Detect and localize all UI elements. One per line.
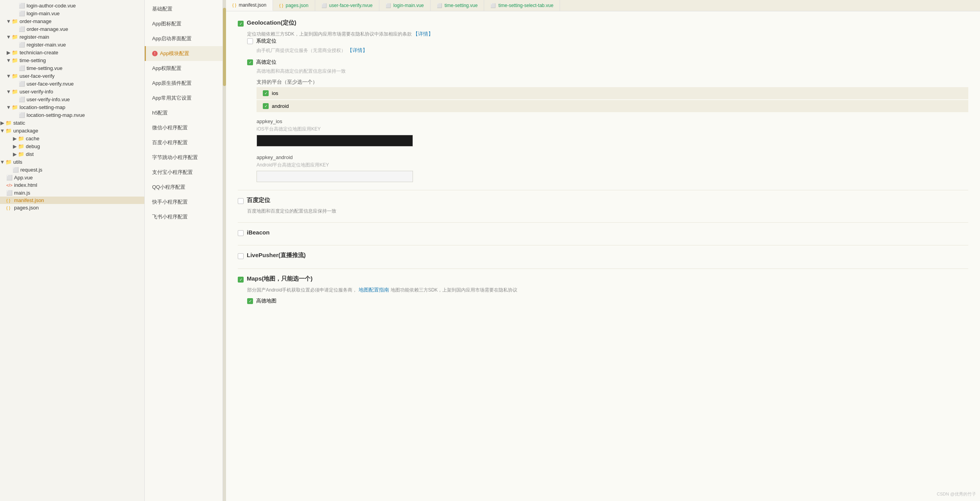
file-json-icon: { } (6, 198, 13, 203)
livepusher-checkbox[interactable] (238, 253, 244, 259)
platform-android-checkbox[interactable] (263, 103, 269, 109)
config-nav-app-icon[interactable]: App图标配置 (145, 16, 223, 31)
tree-item-cache-folder[interactable]: ▶ 📁 cache (0, 134, 144, 142)
appkey-android-hint: Android平台高德定位地图应用KEY (257, 162, 968, 168)
config-nav-bytedance[interactable]: 字节跳动小程序配置 (145, 150, 223, 165)
platform-ios-label: ios (272, 90, 278, 96)
tree-item-location-setting-map-nvue[interactable]: ⬜ location-setting-map.nvue (0, 111, 144, 119)
ibeacon-row: iBeacon (238, 229, 968, 237)
tree-label: main.js (14, 190, 30, 196)
appkey-android-group: appkey_android Android平台高德定位地图应用KEY (257, 154, 968, 182)
tree-item-time-setting-vue[interactable]: ⬜ time-setting.vue (0, 64, 144, 72)
config-nav-kuaishou[interactable]: 快手小程序配置 (145, 195, 223, 209)
tree-label: user-verify-info (20, 89, 53, 95)
tab-icon-nvue: ⬜ (321, 3, 327, 8)
config-nav-qq[interactable]: QQ小程序配置 (145, 180, 223, 195)
tab-user-face-verify[interactable]: ⬜ user-face-verify.nvue (315, 0, 379, 11)
tree-item-index-html[interactable]: </> index.html (0, 181, 144, 189)
tab-manifest-json[interactable]: { } manifest.json (226, 0, 273, 11)
ibeacon-checkbox[interactable] (238, 230, 244, 236)
tab-time-setting-select[interactable]: ⬜ time-setting-select-tab.vue (484, 0, 560, 11)
tree-item-order-manage-folder[interactable]: ▼ 📁 order-manage (0, 17, 144, 25)
tab-icon-vue: ⬜ (386, 3, 391, 8)
file-vue-icon: ⬜ (19, 26, 25, 32)
divider-1 (238, 190, 968, 190)
tree-label: technician-create (20, 50, 58, 55)
tree-item-static-folder[interactable]: ▶ 📁 static (0, 119, 144, 127)
tree-label: user-face-verify.nvue (27, 81, 74, 87)
tree-label: user-face-verify (20, 73, 55, 79)
tree-item-user-face-verify-folder[interactable]: ▼ 📁 user-face-verify (0, 72, 144, 80)
scroll-track[interactable] (223, 0, 226, 501)
tab-pages-json[interactable]: { } pages.json (273, 0, 315, 11)
tree-item-app-vue[interactable]: ⬜ App.vue (0, 174, 144, 181)
file-nvue-icon: ⬜ (19, 81, 25, 87)
platform-ios-checkbox[interactable] (263, 90, 269, 96)
geolocation-title: Geolocation(定位) (247, 19, 296, 27)
maps-amap-checkbox[interactable] (247, 298, 253, 304)
config-nav-more[interactable]: 飞书小程序配置 (145, 209, 223, 224)
tree-item-location-setting-map-folder[interactable]: ▼ 📁 location-setting-map (0, 103, 144, 111)
tree-item-main-js[interactable]: ⬜ main.js (0, 189, 144, 197)
tree-item-login-author-code[interactable]: ⬜ login-author-code.vue (0, 2, 144, 9)
tab-label: manifest.json (239, 2, 266, 8)
geolocation-checkbox[interactable] (238, 21, 244, 27)
maps-amap-label: 高德地图 (256, 297, 276, 304)
geolocation-detail-link[interactable]: 【详情】 (413, 31, 433, 37)
tree-item-utils-folder[interactable]: ▼ 📁 utils (0, 158, 144, 166)
file-nvue-icon: ⬜ (19, 112, 25, 118)
config-nav-app-permissions[interactable]: App权限配置 (145, 61, 223, 76)
file-vue-icon: ⬜ (19, 2, 25, 9)
tree-item-technician-create-folder[interactable]: ▶ 📁 technician-create (0, 48, 144, 56)
config-nav-basic[interactable]: 基础配置 (145, 2, 223, 16)
tree-item-user-face-verify-nvue[interactable]: ⬜ user-face-verify.nvue (0, 80, 144, 88)
tree-item-pages-json[interactable]: { } pages.json (0, 204, 144, 211)
chevron-down-icon: ▼ (6, 73, 11, 78)
tree-item-manifest-json[interactable]: { } manifest.json (0, 197, 144, 204)
scroll-thumb[interactable] (223, 8, 226, 86)
tab-time-setting[interactable]: ⬜ time-setting.vue (431, 0, 485, 11)
appkey-ios-hint: iOS平台高德定位地图应用KEY (257, 126, 968, 132)
baidu-location-row: 百度定位 (238, 197, 968, 206)
tree-item-unpackage-folder[interactable]: ▼ 📁 unpackage (0, 127, 144, 134)
chevron-right-icon: ▶ (13, 136, 17, 141)
config-nav-baidu[interactable]: 百度小程序配置 (145, 135, 223, 150)
tree-item-dist-folder[interactable]: ▶ 📁 dist (0, 150, 144, 158)
file-js-icon: ⬜ (13, 166, 19, 173)
appkey-android-input[interactable] (257, 171, 413, 182)
tree-item-time-setting-folder[interactable]: ▼ 📁 time-setting (0, 56, 144, 64)
config-nav-app-splash[interactable]: App启动界面配置 (145, 31, 223, 46)
tree-item-user-verify-info-folder[interactable]: ▼ 📁 user-verify-info (0, 88, 144, 95)
watermark: CSDN @优秀的竹子 (937, 491, 976, 497)
system-location-checkbox[interactable] (247, 38, 253, 44)
tree-item-user-verify-info-vue[interactable]: ⬜ user-verify-info.vue (0, 95, 144, 103)
platform-title: 支持的平台（至少选一个） (257, 79, 968, 86)
chevron-down-icon: ▼ (6, 105, 11, 109)
amap-location-checkbox[interactable] (247, 59, 253, 65)
config-nav-app-other[interactable]: App常用其它设置 (145, 91, 223, 106)
appkey-ios-label: appkey_ios (257, 118, 968, 124)
system-location-detail-link[interactable]: 【详情】 (347, 47, 368, 53)
chevron-right-icon: ▶ (13, 144, 17, 149)
maps-config-link[interactable]: 地图配置指南 (359, 287, 389, 293)
tree-label: unpackage (13, 128, 38, 134)
config-nav-app-modules[interactable]: ! App模块配置 (145, 46, 223, 61)
tree-item-register-main-vue[interactable]: ⬜ register-main.vue (0, 41, 144, 48)
tree-item-register-main-folder[interactable]: ▼ 📁 register-main (0, 33, 144, 41)
tree-item-request-js[interactable]: ⬜ request.js (0, 166, 144, 174)
tree-label: login-author-code.vue (27, 3, 76, 9)
config-nav-app-native-plugins[interactable]: App原生插件配置 (145, 76, 223, 91)
maps-section: Maps(地图，只能选一个) 部分国产Android手机获取位置必须申请定位服务… (238, 275, 968, 304)
maps-checkbox[interactable] (238, 277, 244, 283)
config-nav-weixin[interactable]: 微信小程序配置 (145, 120, 223, 135)
config-nav-label: App权限配置 (152, 65, 181, 72)
tab-login-main[interactable]: ⬜ login-main.vue (379, 0, 431, 11)
tree-item-debug-folder[interactable]: ▶ 📁 debug (0, 142, 144, 150)
tree-label: time-setting (20, 57, 46, 63)
tree-item-order-manage-vue[interactable]: ⬜ order-manage.vue (0, 25, 144, 33)
baidu-desc-row: 百度地图和百度定位的配置信息应保持一致 (247, 208, 968, 215)
config-nav-h5[interactable]: h5配置 (145, 106, 223, 120)
baidu-location-checkbox[interactable] (238, 198, 244, 204)
config-nav-alipay[interactable]: 支付宝小程序配置 (145, 165, 223, 180)
tree-item-login-main[interactable]: ⬜ login-main.vue (0, 9, 144, 17)
